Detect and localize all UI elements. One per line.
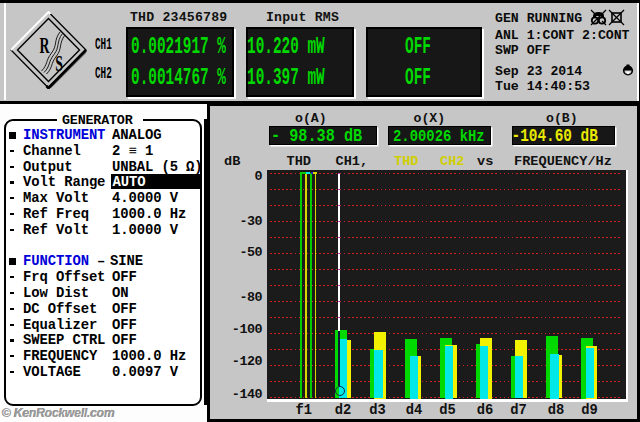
- svg-text:S: S: [55, 50, 63, 75]
- svg-text:R: R: [40, 32, 50, 57]
